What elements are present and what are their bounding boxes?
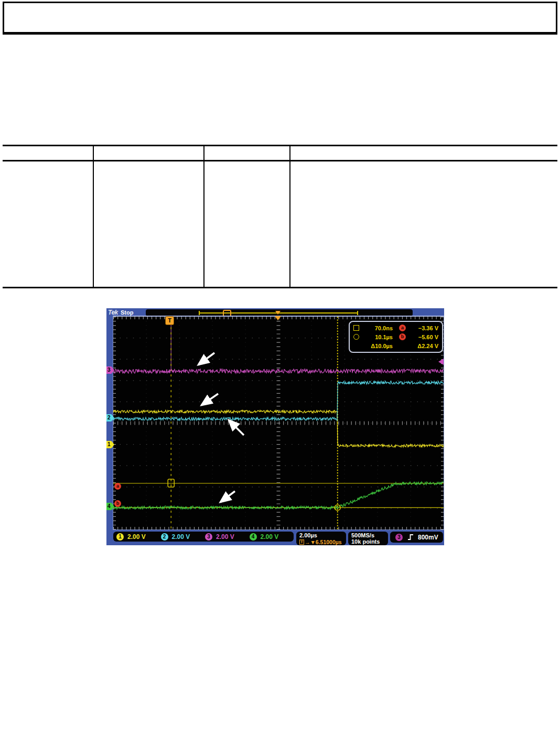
data-table — [3, 145, 557, 288]
trigger-source-badge: 3 — [395, 534, 403, 541]
ch2-scale: 2.00 V — [172, 533, 190, 541]
delay-arrows-icon: →▼ — [305, 539, 316, 545]
oscilloscope-figure: Tek Stop T 3 2 1 a b 4 70.0ns a — [106, 308, 444, 545]
ch1-scale: 2.00 V — [127, 533, 146, 541]
record-window-left-bracket — [199, 311, 200, 315]
delta-time: Δ10.0µs — [360, 343, 393, 349]
table-column-divider — [93, 146, 94, 287]
cursor-b-badge: b — [399, 333, 406, 340]
cursor2-readout-row: 10.1µs b −5.60 V — [353, 332, 438, 341]
channel-1-readout: 1 2.00 V — [116, 533, 161, 541]
cursor2-circle-icon — [353, 334, 360, 340]
channel-scale-readout: 1 2.00 V 2 2.00 V 3 2.00 V 4 2.00 V — [113, 532, 294, 542]
ch3-scale: 2.00 V — [216, 533, 234, 541]
timebase-value: 2.00µs — [299, 532, 346, 538]
t-box-icon: T — [299, 539, 304, 545]
trigger-time-flag: T — [165, 316, 174, 325]
acquisition-readout: 500MS/s 10k points — [348, 532, 388, 545]
document-page: Tek Stop T 3 2 1 a b 4 70.0ns a — [0, 0, 560, 756]
sample-rate: 500MS/s — [351, 532, 388, 538]
table-header-row — [3, 146, 557, 161]
trigger-readout: 3 800mV — [390, 532, 443, 543]
cursor-b-voltage: −5.60 V — [406, 334, 438, 340]
trigger-level: 800mV — [418, 534, 438, 541]
trigger-point-icon — [275, 316, 281, 320]
cursor-readout-box: 70.0ns a −3.36 V 10.1µs b −5.60 V Δ10.0µ… — [349, 321, 443, 353]
channel-3-readout: 3 2.00 V — [205, 533, 250, 541]
ch3-badge: 3 — [205, 533, 212, 541]
cursor-a-badge: a — [399, 325, 406, 331]
cursor1-time: 70.0ns — [360, 325, 393, 331]
trigger-position-icon — [275, 311, 281, 315]
horizontal-readout: 2.00µs T→▼6.51000µs — [296, 532, 346, 545]
cursor-a-marker: a — [114, 483, 121, 490]
record-window-right-bracket — [357, 311, 358, 315]
table-column-divider — [289, 146, 290, 287]
cursor-a-voltage: −3.36 V — [406, 325, 438, 331]
record-length: 10k points — [351, 538, 388, 545]
delay-value: 6.51000µs — [316, 539, 342, 545]
cursor1-readout-row: 70.0ns a −3.36 V — [353, 323, 438, 332]
cursor2-time: 10.1µs — [360, 334, 393, 340]
cursor-b-marker: b — [114, 500, 121, 507]
tek-logo: Tek — [108, 309, 118, 316]
cursor1-square-icon — [353, 325, 360, 331]
ch1-badge: 1 — [116, 533, 124, 541]
header-box — [3, 2, 557, 35]
acquisition-status: Stop — [121, 309, 133, 316]
delta-voltage: Δ2.24 V — [406, 343, 438, 349]
ch4-badge: 4 — [250, 533, 257, 541]
table-column-divider — [203, 146, 204, 287]
rising-edge-icon — [407, 534, 414, 541]
ch4-scale: 2.00 V — [261, 533, 279, 541]
ch2-badge: 2 — [161, 533, 168, 541]
cursor-delta-row: Δ10.0µs Δ2.24 V — [353, 341, 438, 350]
delay-readout: T→▼6.51000µs — [299, 539, 346, 545]
channel-4-readout: 4 2.00 V — [250, 533, 294, 541]
channel-2-readout: 2 2.00 V — [161, 533, 206, 541]
